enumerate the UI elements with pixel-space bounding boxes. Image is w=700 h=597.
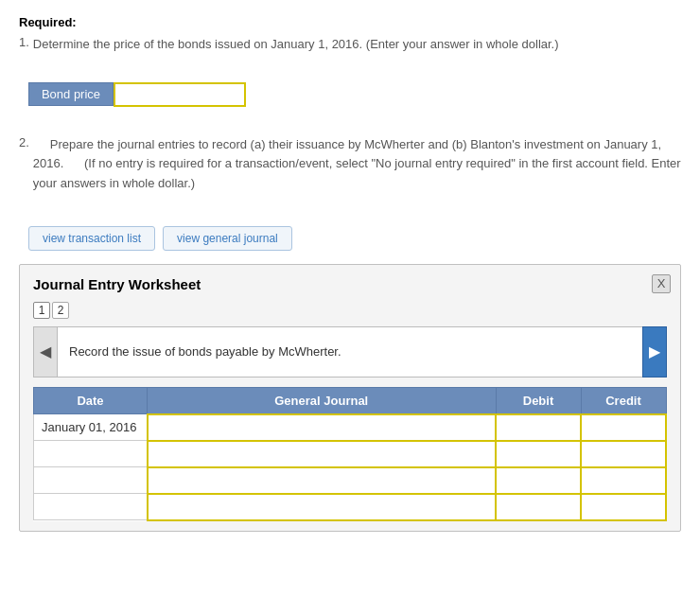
col-debit: Debit — [496, 387, 581, 414]
credit-input[interactable] — [582, 495, 665, 519]
debit-input[interactable] — [497, 442, 580, 466]
credit-input[interactable] — [582, 442, 665, 466]
tab-1[interactable]: 1 — [33, 302, 50, 319]
date-cell — [34, 494, 148, 520]
record-row: ◀ Record the issue of bonds payable by M… — [33, 326, 667, 378]
question2-highlight: (If no entry is required for a transacti… — [33, 156, 681, 190]
debit-input-cell[interactable] — [496, 494, 581, 520]
col-credit: Credit — [581, 387, 666, 414]
date-cell — [34, 467, 148, 494]
journal-entry-worksheet: X Journal Entry Worksheet 1 2 ◀ Record t… — [19, 264, 681, 532]
right-arrow[interactable]: ▶ — [642, 326, 667, 378]
table-row — [34, 441, 667, 467]
bond-price-label: Bond price — [28, 82, 114, 106]
debit-input-cell[interactable] — [496, 441, 581, 467]
journal-title: Journal Entry Worksheet — [33, 276, 667, 292]
journal-input[interactable] — [149, 468, 496, 493]
journal-input-cell[interactable] — [148, 494, 497, 520]
journal-input-cell[interactable] — [148, 441, 497, 467]
table-row — [34, 494, 667, 520]
journal-input[interactable] — [149, 442, 496, 466]
bond-price-input[interactable] — [114, 82, 246, 107]
view-transaction-list-button[interactable]: view transaction list — [28, 226, 155, 251]
credit-input-cell[interactable] — [581, 441, 666, 467]
credit-input-cell[interactable] — [581, 414, 666, 441]
credit-input[interactable] — [582, 468, 665, 493]
tab-row: 1 2 — [33, 302, 667, 319]
tab-2[interactable]: 2 — [52, 302, 69, 319]
journal-input[interactable] — [149, 415, 496, 440]
question2-number: 2. — [19, 135, 29, 149]
credit-input-cell[interactable] — [581, 494, 666, 520]
journal-input-cell[interactable] — [148, 467, 497, 494]
table-row — [34, 467, 667, 494]
debit-input[interactable] — [497, 495, 580, 519]
col-date: Date — [34, 387, 148, 414]
col-general-journal: General Journal — [148, 387, 497, 414]
record-text: Record the issue of bonds payable by McW… — [58, 326, 642, 378]
question1-number: 1. — [19, 35, 29, 49]
date-cell — [34, 441, 148, 467]
table-row: January 01, 2016 — [34, 414, 667, 441]
debit-input[interactable] — [497, 415, 580, 440]
required-label: Required: — [19, 15, 681, 29]
left-arrow[interactable]: ◀ — [33, 326, 58, 378]
credit-input-cell[interactable] — [581, 467, 666, 494]
close-button[interactable]: X — [652, 274, 671, 293]
debit-input[interactable] — [497, 468, 580, 493]
question1-highlight: (Enter your answer in whole dollar.) — [366, 37, 559, 51]
debit-input-cell[interactable] — [496, 414, 581, 441]
view-general-journal-button[interactable]: view general journal — [163, 226, 292, 251]
journal-input-cell[interactable] — [148, 414, 497, 441]
debit-input-cell[interactable] — [496, 467, 581, 494]
journal-input[interactable] — [149, 495, 496, 519]
credit-input[interactable] — [582, 415, 665, 440]
journal-table: Date General Journal Debit Credit Januar… — [33, 387, 667, 521]
question1-text: Determine the price of the bonds issued … — [33, 37, 362, 51]
date-cell: January 01, 2016 — [34, 414, 148, 441]
